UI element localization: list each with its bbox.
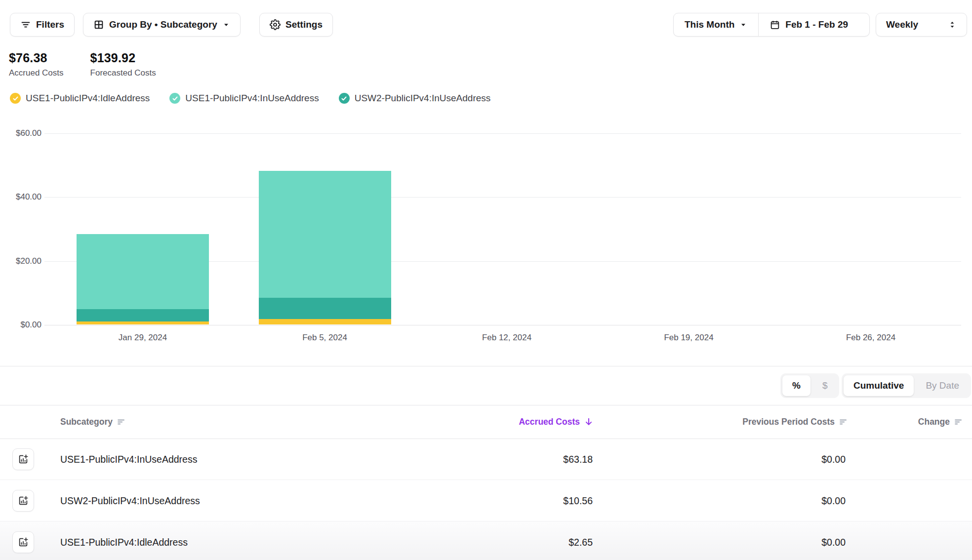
mode-toggle-option[interactable]: Cumulative	[844, 375, 914, 396]
sort-lines-icon	[117, 417, 126, 427]
previous-period-costs-cell: $0.00	[821, 521, 846, 560]
x-axis-tick-label: Feb 12, 2024	[447, 333, 566, 343]
bar-segment[interactable]	[259, 298, 391, 319]
gridline	[44, 325, 961, 325]
column-header-previous-period-costs[interactable]: Previous Period Costs	[742, 405, 848, 439]
column-label: Change	[918, 417, 950, 427]
bar-segment[interactable]	[259, 319, 391, 324]
bar-stack	[77, 234, 209, 324]
column-header-change[interactable]: Change	[918, 405, 963, 439]
column-label: Subcategory	[60, 417, 113, 427]
x-axis-tick-label: Feb 5, 2024	[266, 333, 384, 343]
bar-segment[interactable]	[259, 171, 391, 298]
x-axis-tick-label: Jan 29, 2024	[83, 333, 202, 343]
column-header-accrued-costs[interactable]: Accrued Costs	[519, 405, 594, 439]
mode-toggle-option[interactable]: By Date	[916, 375, 969, 396]
previous-period-costs-cell: $0.00	[821, 439, 846, 480]
table-row[interactable]: USE1-PublicIPv4:IdleAddress$2.65$0.00	[0, 521, 972, 560]
mode-toggle: CumulativeBy Date	[842, 373, 971, 398]
arrow-down-icon	[584, 417, 594, 427]
accrued-costs-cell: $10.56	[563, 480, 593, 521]
unit-toggle-option[interactable]: %	[782, 375, 810, 396]
unit-toggle: %$	[780, 373, 839, 398]
y-axis-tick-label: $40.00	[0, 192, 41, 202]
column-label: Previous Period Costs	[742, 417, 835, 427]
accrued-costs-cell: $63.18	[563, 439, 593, 480]
accrued-costs-cell: $2.65	[568, 521, 593, 560]
x-axis-tick-label: Feb 19, 2024	[630, 333, 748, 343]
gridline	[44, 197, 961, 198]
column-label: Accrued Costs	[519, 417, 580, 427]
x-axis-tick-label: Feb 26, 2024	[811, 333, 930, 343]
add-to-chart-button[interactable]	[12, 448, 34, 470]
add-chart-icon	[18, 454, 29, 465]
bar-stack	[259, 171, 391, 324]
table-row[interactable]: USW2-PublicIPv4:InUseAddress$10.56$0.00	[0, 480, 972, 521]
add-chart-icon	[18, 495, 29, 506]
bar-segment[interactable]	[77, 309, 209, 321]
add-to-chart-button[interactable]	[12, 490, 34, 512]
bar-segment[interactable]	[77, 234, 209, 309]
unit-toggle-option[interactable]: $	[812, 375, 838, 396]
y-axis-tick-label: $60.00	[0, 128, 41, 138]
bar-segment[interactable]	[77, 321, 209, 324]
column-header-subcategory[interactable]: Subcategory	[60, 405, 126, 439]
subcategory-cell: USE1-PublicIPv4:InUseAddress	[60, 439, 197, 480]
section-divider	[0, 366, 972, 366]
subcategory-cell: USW2-PublicIPv4:InUseAddress	[60, 480, 200, 521]
add-to-chart-button[interactable]	[12, 531, 34, 553]
add-chart-icon	[18, 537, 29, 548]
sort-lines-icon	[839, 417, 848, 427]
y-axis-tick-label: $20.00	[0, 256, 41, 266]
sort-lines-icon	[954, 417, 963, 427]
previous-period-costs-cell: $0.00	[821, 480, 846, 521]
y-axis-tick-label: $0.00	[0, 320, 41, 330]
subcategory-cell: USE1-PublicIPv4:IdleAddress	[60, 521, 188, 560]
table-row[interactable]: USE1-PublicIPv4:InUseAddress$63.18$0.00	[0, 439, 972, 480]
cost-dashboard: Filters Group By • Subcategory Settings …	[0, 0, 972, 560]
gridline	[44, 133, 961, 134]
